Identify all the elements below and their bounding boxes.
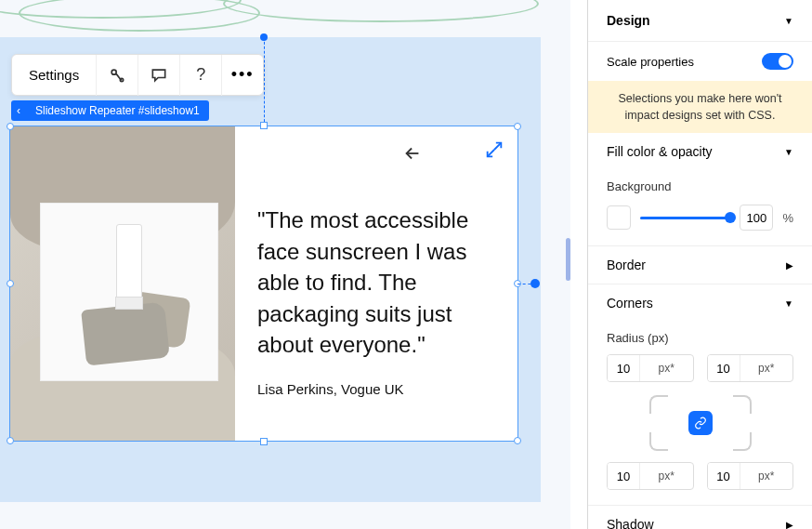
resize-handle-mb[interactable] xyxy=(260,438,268,445)
editor-canvas[interactable]: Settings ? ••• ‹ Slideshow Repeater #sli… xyxy=(0,0,570,529)
corner-indicator-tl xyxy=(649,395,668,414)
background-color-swatch[interactable] xyxy=(607,205,631,230)
resize-handle-tr[interactable] xyxy=(514,123,521,130)
next-slide-handle[interactable] xyxy=(530,279,540,288)
radius-unit[interactable]: px* xyxy=(639,355,693,381)
corner-indicator-bl xyxy=(649,432,668,451)
scrollbar-thumb[interactable] xyxy=(566,238,570,281)
radius-unit[interactable]: px* xyxy=(740,463,793,489)
fill-section-header[interactable]: Fill color & opacity xyxy=(588,133,812,170)
alignment-guide xyxy=(264,37,265,126)
chevron-down-icon xyxy=(784,146,793,157)
resize-handle-bl[interactable] xyxy=(7,437,14,444)
help-button[interactable]: ? xyxy=(180,55,221,96)
slider-thumb[interactable] xyxy=(725,212,736,223)
toggle-knob xyxy=(779,55,792,68)
radius-br-input[interactable]: px* xyxy=(707,462,794,490)
design-section-header[interactable]: Design xyxy=(588,0,812,42)
background-opacity-row: % xyxy=(588,197,812,245)
settings-button[interactable]: Settings xyxy=(12,67,96,83)
resize-handle-ml[interactable] xyxy=(7,280,14,287)
fill-section-title: Fill color & opacity xyxy=(607,144,713,159)
background-artwork xyxy=(0,0,570,28)
corners-section-header[interactable]: Corners xyxy=(588,284,812,322)
scale-properties-label: Scale properties xyxy=(607,55,694,69)
help-icon: ? xyxy=(196,65,205,85)
radius-bl-value[interactable] xyxy=(608,463,639,489)
corner-indicator-tr xyxy=(733,395,752,414)
inspector-panel: Design Scale properties Selections you m… xyxy=(587,0,812,529)
selection-frame[interactable] xyxy=(9,126,518,442)
comment-button[interactable] xyxy=(138,55,179,96)
link-corners-button[interactable] xyxy=(688,411,713,435)
resize-handle-tl[interactable] xyxy=(7,123,14,130)
resize-handle-mt[interactable] xyxy=(260,122,268,129)
opacity-slider[interactable] xyxy=(640,217,730,219)
corner-radius-controls: px* px* px* px* xyxy=(588,349,812,505)
animation-icon xyxy=(108,66,126,85)
radius-label: Radius (px) xyxy=(588,322,812,349)
chevron-down-icon xyxy=(784,15,793,26)
anchor-dot[interactable] xyxy=(260,33,268,41)
comment-icon xyxy=(150,66,168,85)
radius-bl-input[interactable]: px* xyxy=(607,462,694,490)
floating-toolbar: Settings ? ••• xyxy=(11,54,264,96)
selection-breadcrumb[interactable]: ‹ Slideshow Repeater #slideshow1 xyxy=(11,100,209,121)
chevron-right-icon xyxy=(786,259,793,271)
scale-properties-toggle[interactable] xyxy=(762,53,793,70)
design-section-title: Design xyxy=(607,13,650,28)
radius-unit[interactable]: px* xyxy=(740,355,793,381)
more-button[interactable]: ••• xyxy=(222,55,263,96)
slider-fill xyxy=(640,217,730,219)
css-warning-banner: Selections you make here won't impact de… xyxy=(588,81,812,133)
shadow-section-header[interactable]: Shadow xyxy=(588,505,812,529)
chevron-right-icon xyxy=(786,519,793,529)
background-label: Background xyxy=(588,170,812,197)
border-section-header[interactable]: Border xyxy=(588,245,812,284)
more-icon: ••• xyxy=(231,65,255,85)
radius-unit[interactable]: px* xyxy=(639,463,693,489)
shadow-section-title: Shadow xyxy=(607,517,654,529)
breadcrumb-label[interactable]: Slideshow Repeater #slideshow1 xyxy=(26,100,209,121)
resize-handle-br[interactable] xyxy=(514,437,521,444)
breadcrumb-back-icon[interactable]: ‹ xyxy=(11,100,26,121)
chevron-down-icon xyxy=(784,298,793,309)
radius-tr-input[interactable]: px* xyxy=(707,354,794,382)
radius-tr-value[interactable] xyxy=(708,355,740,381)
corners-section-title: Corners xyxy=(607,296,653,311)
radius-br-value[interactable] xyxy=(708,463,740,489)
corner-link-diagram xyxy=(607,391,793,453)
radius-tl-input[interactable]: px* xyxy=(607,354,694,382)
corner-indicator-br xyxy=(733,432,752,451)
animation-button[interactable] xyxy=(97,55,138,96)
scale-properties-row: Scale properties xyxy=(588,42,812,81)
border-section-title: Border xyxy=(607,258,646,272)
radius-tl-value[interactable] xyxy=(608,355,639,381)
link-icon xyxy=(694,417,707,430)
opacity-input[interactable] xyxy=(740,205,773,231)
opacity-unit: % xyxy=(782,211,793,225)
